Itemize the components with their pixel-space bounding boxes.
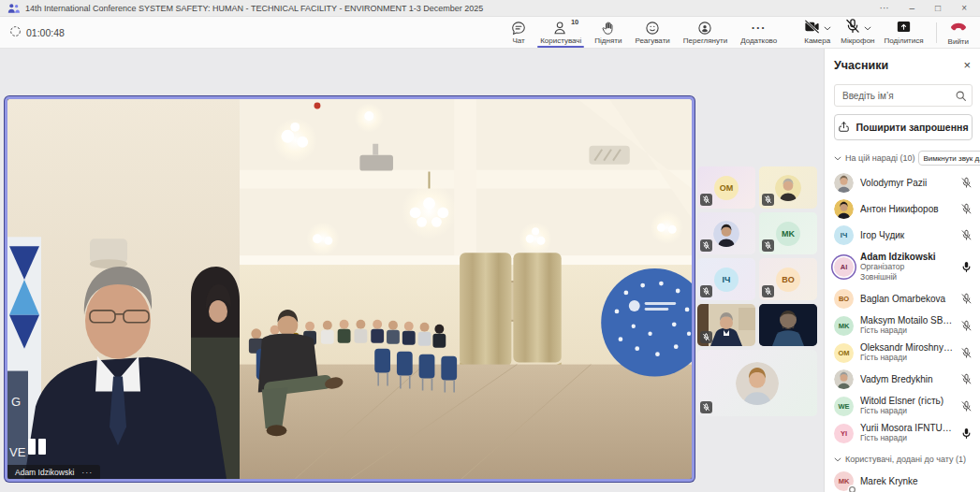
window-minimize-icon[interactable]: – <box>910 4 915 13</box>
mic-on-icon[interactable] <box>959 261 973 273</box>
speaker-closeup-video: G VE <box>7 99 240 479</box>
toolbar-divider <box>936 22 937 43</box>
chevron-down-icon[interactable] <box>834 156 841 161</box>
tab-view[interactable]: Переглянути <box>677 17 734 48</box>
main-video-tile[interactable]: G VE <box>5 96 695 482</box>
avatar: YI <box>834 424 854 443</box>
spotlight-icon <box>28 439 46 455</box>
mic-muted-icon[interactable] <box>959 229 973 241</box>
close-icon[interactable]: × <box>961 58 973 72</box>
mic-muted-icon[interactable] <box>959 320 973 332</box>
participant-row[interactable]: AIAdam IdzikowskiОрганізаторЗовнішній <box>834 252 973 282</box>
chat-users-section-header: Користувачі, додані до чату (1) <box>834 455 973 464</box>
video-thumbnail[interactable]: ІЧ <box>697 258 755 300</box>
leave-button[interactable]: Вийти <box>944 19 980 46</box>
participant-row[interactable]: MKMarek Krynke <box>834 471 973 491</box>
titlebar: 14th International Conference SYSTEM SAF… <box>0 0 980 17</box>
speaker-name-strip: Adam Idzikowski ··· <box>7 465 100 479</box>
participant-subtitle: Гість наради <box>860 406 953 416</box>
share-invite-icon <box>838 121 850 135</box>
stage: G VE <box>0 49 823 492</box>
video-thumbnail[interactable]: MK <box>759 212 817 254</box>
participant-row[interactable]: BOBaglan Omarbekova <box>834 289 973 309</box>
mic-on-icon[interactable] <box>959 427 973 440</box>
video-thumbnail[interactable] <box>759 166 817 209</box>
participant-subtitle: Організатор <box>860 262 953 272</box>
camera-button[interactable]: Камера <box>798 21 836 45</box>
video-thumbnail[interactable] <box>759 304 817 346</box>
mute-all-button[interactable]: Вимкнути звук для в... <box>918 151 980 166</box>
avatar-photo <box>713 221 739 247</box>
video-thumbnail[interactable] <box>697 304 755 346</box>
participants-panel: Учасники × Поширити запрошення На цій на… <box>824 49 980 492</box>
meeting-timer-icon <box>9 25 22 39</box>
tab-chat-label: Чат <box>513 36 525 45</box>
meeting-toolbar: 01:00:48 Чат 10 Користувачі Підняти <box>0 17 980 49</box>
participant-name: Baglan Omarbekova <box>860 294 953 304</box>
share-label: Поділитися <box>885 36 924 45</box>
status-offline-dot <box>849 486 856 492</box>
participant-search <box>834 84 973 107</box>
window-more-icon[interactable]: ··· <box>880 4 889 13</box>
chat-icon <box>510 20 527 36</box>
tab-more-label: Додатково <box>740 36 777 45</box>
mic-muted-badge-icon <box>700 285 712 297</box>
share-button[interactable]: Поділитися <box>880 21 929 45</box>
tab-raise-hand[interactable]: Підняти <box>588 17 628 48</box>
microphone-chevron-down-icon[interactable] <box>864 26 871 31</box>
window-maximize-icon[interactable]: □ <box>935 4 941 13</box>
participant-row[interactable]: Volodymyr Pazii <box>834 173 973 193</box>
tab-more[interactable]: ··· Додатково <box>734 17 783 48</box>
search-input[interactable] <box>834 84 973 107</box>
mic-muted-badge-icon <box>700 401 712 413</box>
participant-row[interactable]: MKMaksym Motailo SBTU K... (гість)Гість … <box>834 315 973 336</box>
participant-row[interactable]: WEWitold Elsner (гість)Гість наради <box>834 396 973 416</box>
participant-subtitle: Гість наради <box>860 326 953 336</box>
avatar: OM <box>834 343 854 363</box>
camera-label: Камера <box>804 36 830 45</box>
participant-name: Vadym Bredykhin <box>860 374 953 384</box>
share-invite-button[interactable]: Поширити запрошення <box>834 114 973 140</box>
tab-raise-hand-label: Підняти <box>594 36 622 45</box>
mic-muted-icon[interactable] <box>959 400 973 412</box>
participant-name: Witold Elsner (гість) <box>860 396 953 406</box>
participant-row[interactable]: YIYurii Mosora IFNTUOG (... (гість)Гість… <box>834 423 973 443</box>
people-icon: 10 <box>552 20 569 36</box>
mic-muted-icon[interactable] <box>959 203 973 215</box>
window-close-icon[interactable]: × <box>961 4 967 13</box>
chevron-down-icon[interactable] <box>834 457 841 462</box>
participant-row[interactable]: Vadym Bredykhin <box>834 369 973 389</box>
camera-chevron-down-icon[interactable] <box>824 26 831 31</box>
tab-view-label: Переглянути <box>683 36 727 45</box>
video-thumbnail[interactable]: OM <box>697 166 755 209</box>
mic-muted-icon[interactable] <box>959 373 973 385</box>
search-icon <box>955 89 967 106</box>
mic-muted-icon[interactable] <box>959 293 973 305</box>
participant-name: Ігор Чудик <box>860 230 953 240</box>
video-thumbnail[interactable] <box>697 350 817 416</box>
avatar: WE <box>834 397 854 416</box>
tab-react[interactable]: Реагувати <box>628 17 676 48</box>
mic-muted-icon[interactable] <box>959 177 973 189</box>
video-thumbnail[interactable]: BO <box>759 258 817 300</box>
conference-room-video <box>240 99 692 479</box>
tab-participants[interactable]: 10 Користувачі <box>534 17 588 48</box>
avatar: MK <box>834 471 854 491</box>
leave-call-icon <box>948 19 969 37</box>
participant-subtitle: Гість наради <box>860 433 953 443</box>
participant-row[interactable]: Антон Никифоров <box>834 199 973 219</box>
avatar-initials: BO <box>776 268 800 292</box>
teams-people-icon <box>7 3 20 14</box>
mic-muted-icon[interactable] <box>959 347 973 359</box>
avatar-photo <box>775 175 801 201</box>
toolbar-tabs: Чат 10 Користувачі Підняти Реагувати <box>504 17 783 48</box>
video-thumbnail[interactable] <box>697 212 755 254</box>
video-more-icon[interactable]: ··· <box>81 470 93 475</box>
microphone-button[interactable]: Мікрофон <box>836 21 879 45</box>
avatar <box>834 199 854 219</box>
participant-row[interactable]: OMOleksandr Miroshnyk (гість)Гість нарад… <box>834 342 973 363</box>
avatar <box>834 173 854 193</box>
participant-row[interactable]: ІЧІгор Чудик <box>834 225 973 245</box>
mic-muted-badge-icon <box>762 239 774 252</box>
tab-chat[interactable]: Чат <box>504 17 534 48</box>
